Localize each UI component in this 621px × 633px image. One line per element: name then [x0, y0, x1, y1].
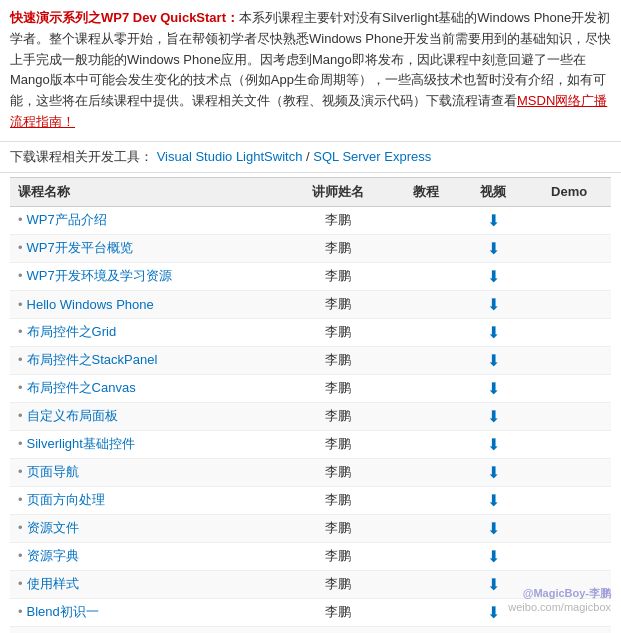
col-tutorial: 教程 [392, 177, 460, 206]
demo-cell [527, 290, 611, 318]
lecturer-cell: 李鹏 [283, 318, 392, 346]
table-row: •Silverlight基础控件李鹏⬇ [10, 430, 611, 458]
table-row: •自定义布局面板李鹏⬇ [10, 402, 611, 430]
course-name-cell: •使用样式 [10, 570, 283, 598]
table-row: •WP7开发平台概览李鹏⬇ [10, 234, 611, 262]
video-cell: ⬇ [460, 318, 528, 346]
tutorial-cell [392, 206, 460, 234]
demo-cell [527, 458, 611, 486]
download-video-icon[interactable]: ⬇ [487, 380, 500, 397]
bullet-icon: • [18, 212, 23, 227]
download-video-icon[interactable]: ⬇ [487, 492, 500, 509]
course-link[interactable]: Silverlight基础控件 [27, 436, 135, 451]
course-link[interactable]: WP7产品介绍 [27, 212, 107, 227]
course-link[interactable]: 资源字典 [27, 548, 79, 563]
course-link[interactable]: Blend初识一 [27, 604, 99, 619]
course-name-cell: •布局控件之StackPanel [10, 346, 283, 374]
tutorial-cell [392, 458, 460, 486]
download-video-icon[interactable]: ⬇ [487, 212, 500, 229]
video-cell: ⬇ [460, 374, 528, 402]
header-title: 快速演示系列之WP7 Dev QuickStart： [10, 10, 239, 25]
download-video-icon[interactable]: ⬇ [487, 324, 500, 341]
demo-cell [527, 626, 611, 633]
table-row: •布局控件之Canvas李鹏⬇ [10, 374, 611, 402]
col-course: 课程名称 [10, 177, 283, 206]
video-cell: ⬇ [460, 290, 528, 318]
tutorial-cell [392, 570, 460, 598]
table-header-row: 课程名称 讲师姓名 教程 视频 Demo [10, 177, 611, 206]
download-video-icon[interactable]: ⬇ [487, 240, 500, 257]
download-video-icon[interactable]: ⬇ [487, 408, 500, 425]
bullet-icon: • [18, 492, 23, 507]
course-link[interactable]: 页面方向处理 [27, 492, 105, 507]
bullet-icon: • [18, 324, 23, 339]
lecturer-cell: 李鹏 [283, 486, 392, 514]
col-demo: Demo [527, 177, 611, 206]
course-name-cell: •资源文件 [10, 514, 283, 542]
bullet-icon: • [18, 604, 23, 619]
demo-cell [527, 346, 611, 374]
visual-studio-link[interactable]: Visual Studio LightSwitch [157, 149, 303, 164]
course-link[interactable]: 使用样式 [27, 576, 79, 591]
course-name-cell: •Silverlight基础控件 [10, 430, 283, 458]
table-section: 课程名称 讲师姓名 教程 视频 Demo •WP7产品介绍李鹏⬇•WP7开发平台… [0, 173, 621, 633]
video-cell: ⬇ [460, 542, 528, 570]
demo-cell [527, 374, 611, 402]
tools-label: 下载课程相关开发工具： [10, 149, 153, 164]
course-link[interactable]: 布局控件之Grid [27, 324, 117, 339]
course-link[interactable]: 自定义布局面板 [27, 408, 118, 423]
download-video-icon[interactable]: ⬇ [487, 548, 500, 565]
table-row: •页面方向处理李鹏⬇ [10, 486, 611, 514]
video-cell: ⬇ [460, 346, 528, 374]
tutorial-cell [392, 542, 460, 570]
course-link[interactable]: 布局控件之Canvas [27, 380, 136, 395]
table-row: •WP7开发环境及学习资源李鹏⬇ [10, 262, 611, 290]
download-video-icon[interactable]: ⬇ [487, 604, 500, 621]
download-video-icon[interactable]: ⬇ [487, 436, 500, 453]
demo-cell [527, 598, 611, 626]
lecturer-cell: 李鹏 [283, 626, 392, 633]
download-video-icon[interactable]: ⬇ [487, 352, 500, 369]
tutorial-cell [392, 402, 460, 430]
video-cell: ⬇ [460, 458, 528, 486]
tools-section: 下载课程相关开发工具： Visual Studio LightSwitch / … [0, 142, 621, 173]
video-cell: ⬇ [460, 262, 528, 290]
bullet-icon: • [18, 548, 23, 563]
course-link[interactable]: 布局控件之StackPanel [27, 352, 158, 367]
courses-table: 课程名称 讲师姓名 教程 视频 Demo •WP7产品介绍李鹏⬇•WP7开发平台… [10, 177, 611, 633]
course-link[interactable]: 页面导航 [27, 464, 79, 479]
bullet-icon: • [18, 297, 23, 312]
video-cell: ⬇ [460, 206, 528, 234]
course-name-cell: •自定义布局面板 [10, 402, 283, 430]
demo-cell [527, 430, 611, 458]
download-video-icon[interactable]: ⬇ [487, 520, 500, 537]
table-row: •Hello Windows Phone李鹏⬇ [10, 290, 611, 318]
table-row: •Blend初识一李鹏⬇ [10, 598, 611, 626]
tutorial-cell [392, 430, 460, 458]
course-link[interactable]: WP7开发平台概览 [27, 240, 133, 255]
lecturer-cell: 李鹏 [283, 374, 392, 402]
download-video-icon[interactable]: ⬇ [487, 576, 500, 593]
table-row: •使用样式李鹏⬇ [10, 570, 611, 598]
demo-cell [527, 486, 611, 514]
lecturer-cell: 李鹏 [283, 262, 392, 290]
course-name-cell: •WP7开发环境及学习资源 [10, 262, 283, 290]
download-video-icon[interactable]: ⬇ [487, 464, 500, 481]
course-link[interactable]: Hello Windows Phone [27, 297, 154, 312]
download-video-icon[interactable]: ⬇ [487, 268, 500, 285]
sql-server-link[interactable]: SQL Server Express [313, 149, 431, 164]
tutorial-cell [392, 262, 460, 290]
course-name-cell: •Blend初识一 [10, 598, 283, 626]
course-link[interactable]: 资源文件 [27, 520, 79, 535]
bullet-icon: • [18, 436, 23, 451]
video-cell: ⬇ [460, 486, 528, 514]
tutorial-cell [392, 234, 460, 262]
course-link[interactable]: WP7开发环境及学习资源 [27, 268, 172, 283]
table-row: •页面导航李鹏⬇ [10, 458, 611, 486]
table-row: •Blend初识二李鹏⬇ [10, 626, 611, 633]
demo-cell [527, 318, 611, 346]
video-cell: ⬇ [460, 514, 528, 542]
download-video-icon[interactable]: ⬇ [487, 296, 500, 313]
course-name-cell: •资源字典 [10, 542, 283, 570]
demo-cell [527, 514, 611, 542]
